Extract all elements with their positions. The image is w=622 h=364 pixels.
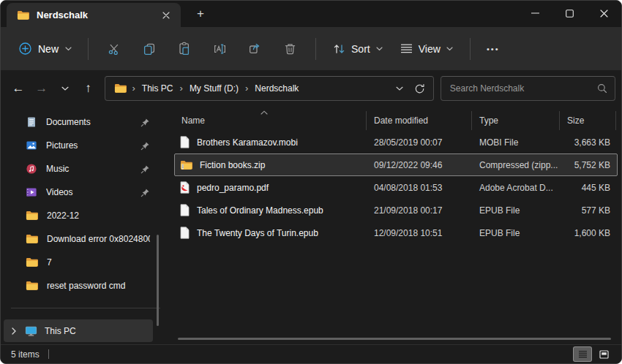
sidebar-item-2022-12[interactable]: 2022-12: [4, 204, 156, 227]
sidebar-item-7[interactable]: 7: [4, 251, 156, 274]
sort-button-label: Sort: [351, 43, 370, 55]
large-icons-view-icon: [599, 350, 609, 359]
file-type: EPUB File: [472, 205, 560, 216]
folder-icon: [26, 281, 38, 291]
file-row-selected[interactable]: Fiction books.zip 09/12/2022 09:46 Compr…: [174, 153, 618, 176]
items-count: 5 items: [11, 349, 40, 360]
file-type: EPUB File: [472, 228, 560, 238]
toolbar-divider: [470, 38, 471, 60]
details-view-button[interactable]: [574, 347, 591, 361]
column-headers: Name Date modified Type Size: [174, 110, 618, 131]
breadcrumb-my-stuff-d[interactable]: My Stuff (D:): [184, 80, 244, 96]
horizontal-scrollbar[interactable]: [178, 338, 611, 340]
plus-circle-icon: [19, 42, 31, 55]
file-row[interactable]: The Twenty Days of Turin.epub 12/09/2018…: [174, 221, 618, 244]
sidebar-scrollbar[interactable]: [157, 235, 159, 326]
refresh-button[interactable]: [410, 78, 430, 99]
paste-button[interactable]: [167, 34, 202, 64]
sidebar-item-label: 2022-12: [47, 211, 150, 221]
view-list-icon: [400, 43, 413, 54]
sidebar-item-download-error[interactable]: Download error 0x80248007: [4, 227, 156, 251]
new-button[interactable]: New: [11, 37, 80, 61]
column-header-name[interactable]: Name: [174, 114, 366, 127]
address-bar[interactable]: › This PC › My Stuff (D:) › Nerdschalk: [105, 76, 434, 101]
zip-folder-icon: [180, 160, 192, 170]
sidebar-item-documents[interactable]: Documents: [4, 110, 156, 134]
sidebar-item-label: Download error 0x80248007: [47, 234, 150, 244]
file-icon: [180, 136, 190, 148]
column-header-date-modified[interactable]: Date modified: [366, 111, 471, 130]
pin-icon: [140, 164, 150, 174]
chevron-down-icon: [446, 47, 453, 51]
sidebar-item-music[interactable]: Music: [4, 157, 156, 181]
share-button[interactable]: [237, 34, 272, 64]
command-bar: New: [1, 27, 621, 70]
chevron-down-icon: [376, 47, 383, 51]
breadcrumb-nerdschalk[interactable]: Nerdschalk: [250, 80, 304, 96]
new-button-label: New: [38, 43, 59, 55]
file-date-modified: 28/05/2019 00:07: [367, 137, 472, 148]
file-row[interactable]: Brothers Karamazov.mobi 28/05/2019 00:07…: [174, 131, 618, 153]
file-row[interactable]: Tales of Ordinary Madness.epub 21/09/201…: [174, 199, 618, 221]
file-icon: [180, 227, 190, 239]
folder-icon: [26, 234, 38, 244]
file-size: 1,600 KB: [560, 228, 617, 238]
recent-locations-button[interactable]: [53, 77, 77, 100]
file-type: MOBI File: [472, 137, 560, 148]
column-header-size[interactable]: Size: [559, 111, 616, 130]
tab-close-button[interactable]: [157, 7, 175, 24]
maximize-button[interactable]: [552, 1, 587, 26]
more-options-button[interactable]: •••: [479, 34, 508, 64]
paste-icon: [178, 42, 191, 56]
file-name: Brothers Karamazov.mobi: [197, 137, 298, 148]
sidebar-item-label: 7: [47, 257, 150, 268]
search-box: [441, 76, 615, 101]
rename-button[interactable]: [202, 34, 237, 64]
rename-icon: [213, 42, 227, 56]
toolbar-divider: [315, 38, 316, 60]
large-icons-view-button[interactable]: [595, 347, 612, 361]
view-button[interactable]: View: [391, 37, 462, 61]
up-button[interactable]: ↑: [77, 77, 100, 100]
folder-icon: [26, 257, 38, 268]
address-row: ← → ↑ › This PC › My Stuff (D:) › Nerdsc…: [1, 70, 621, 107]
sort-button[interactable]: Sort: [324, 37, 391, 61]
column-header-type[interactable]: Type: [471, 111, 559, 130]
chevron-down-icon: [61, 86, 69, 91]
address-dropdown-button[interactable]: [389, 78, 410, 99]
close-window-button[interactable]: [587, 1, 621, 26]
sidebar-item-pictures[interactable]: Pictures: [4, 134, 156, 157]
search-input[interactable]: [450, 83, 597, 94]
cut-button[interactable]: [97, 34, 132, 64]
forward-button[interactable]: →: [30, 77, 53, 100]
sort-ascending-icon: [261, 110, 268, 115]
pdf-file-icon: [180, 181, 190, 194]
pictures-icon: [26, 140, 37, 151]
file-icon: [180, 204, 190, 216]
sidebar-item-this-pc[interactable]: This PC: [4, 319, 153, 342]
pin-icon: [140, 188, 150, 197]
new-tab-button[interactable]: +: [190, 3, 211, 25]
folder-icon: [17, 10, 29, 20]
copy-button[interactable]: [132, 34, 167, 64]
chevron-down-icon: [396, 86, 403, 91]
minimize-icon: [531, 12, 539, 14]
breadcrumb-this-pc[interactable]: This PC: [137, 80, 179, 96]
content-area: Documents Pictures: [1, 107, 621, 344]
back-button[interactable]: ←: [7, 77, 30, 100]
tab-nerdschalk[interactable]: Nerdschalk: [7, 3, 181, 27]
delete-button[interactable]: [272, 34, 307, 64]
copy-icon: [143, 42, 156, 56]
sidebar-item-label: Documents: [46, 117, 132, 127]
minimize-button[interactable]: [518, 1, 552, 26]
folder-icon: [114, 83, 127, 94]
sidebar-item-videos[interactable]: Videos: [4, 181, 156, 204]
trash-icon: [284, 42, 296, 56]
file-size: 3,663 KB: [560, 137, 617, 148]
file-list-pane: Name Date modified Type Size Brothers Ka…: [171, 107, 621, 344]
file-row[interactable]: pedro_paramo.pdf 04/08/2018 01:53 Adobe …: [174, 176, 618, 199]
sidebar-item-label: Pictures: [46, 140, 132, 151]
sidebar-item-label: This PC: [45, 326, 76, 336]
sidebar-item-reset-password-cmd[interactable]: reset password cmd: [4, 274, 156, 297]
pin-icon: [140, 141, 150, 151]
